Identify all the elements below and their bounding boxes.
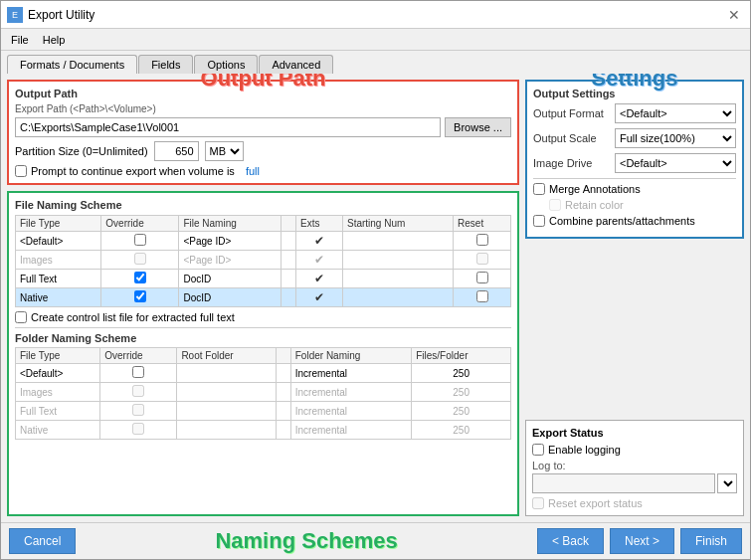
settings-container: Settings Output Settings Output Format <… <box>525 80 744 239</box>
override-check[interactable] <box>134 253 146 265</box>
starting-cell <box>342 232 453 251</box>
drive-select[interactable]: <Default> <box>615 153 736 173</box>
settings-box: Output Settings Output Format <Default> … <box>525 80 744 239</box>
checkmark-icon: ✔ <box>314 272 324 285</box>
combine-label: Combine parents/attachments <box>549 215 695 227</box>
reset-check[interactable] <box>476 290 488 302</box>
files-folder-cell: 250 <box>412 421 511 440</box>
retain-label: Retain color <box>565 199 624 211</box>
checkmark-icon: ✔ <box>314 290 324 304</box>
close-button[interactable]: ✕ <box>724 7 744 23</box>
col-file-naming: File Naming <box>179 216 282 232</box>
retain-checkbox[interactable] <box>549 199 561 211</box>
app-icon: E <box>7 7 23 23</box>
folder-override-check[interactable] <box>132 423 144 435</box>
folder-naming-cell: Incremental <box>290 421 411 440</box>
log-input[interactable] <box>532 473 715 493</box>
col-spacer2 <box>277 348 291 364</box>
main-window: E Export Utility ✕ File Help Formats / D… <box>0 0 751 560</box>
merge-checkbox[interactable] <box>533 183 545 195</box>
tab-bar: Formats / Documents Fields Options Advan… <box>1 51 750 74</box>
tab-formats-documents[interactable]: Formats / Documents <box>7 55 137 74</box>
tab-fields[interactable]: Fields <box>138 55 193 74</box>
col-file-type: File Type <box>16 348 100 364</box>
path-input[interactable] <box>15 117 441 137</box>
log-to-label: Log to: <box>532 460 737 471</box>
combine-row: Combine parents/attachments <box>533 215 736 227</box>
prompt-link: full <box>246 165 260 177</box>
spacer-cell <box>277 383 291 402</box>
starting-cell <box>342 251 453 270</box>
folder-naming-cell: Incremental <box>290 383 411 402</box>
root-folder-cell <box>177 383 277 402</box>
create-control-checkbox[interactable] <box>15 311 27 323</box>
scale-label: Output Scale <box>533 132 611 144</box>
menu-file[interactable]: File <box>5 32 35 48</box>
output-settings-title: Output Settings <box>533 88 736 99</box>
browse-button[interactable]: Browse ... <box>445 117 511 137</box>
prompt-checkbox[interactable] <box>15 165 27 177</box>
combine-checkbox[interactable] <box>533 215 545 227</box>
menu-help[interactable]: Help <box>37 32 72 48</box>
naming-cell: <Page ID> <box>179 232 282 251</box>
prompt-label: Prompt to continue export when volume is <box>31 165 235 177</box>
override-check[interactable] <box>134 290 146 302</box>
folder-override-cell <box>100 383 177 402</box>
log-input-row <box>532 473 737 493</box>
drive-row: Image Drive <Default> <box>533 153 736 173</box>
override-cell <box>101 251 179 270</box>
tab-advanced[interactable]: Advanced <box>259 55 333 74</box>
export-status-title: Export Status <box>532 427 737 439</box>
naming-cell: DocID <box>179 270 282 288</box>
table-row: Full Text DocID ✔ <box>16 270 511 288</box>
partition-input[interactable] <box>154 141 199 161</box>
table-row: Images Incremental 250 <box>16 383 511 402</box>
create-control-row: Create control list file for extracted f… <box>15 311 511 323</box>
override-check[interactable] <box>134 234 146 246</box>
folder-type-cell: Images <box>16 383 100 402</box>
table-row: Native Incremental 250 <box>16 421 511 440</box>
partition-row: Partition Size (0=Unlimited) MB GB <box>15 141 511 161</box>
col-root-folder: Root Folder <box>177 348 277 364</box>
format-select[interactable]: <Default> <box>615 103 736 123</box>
partition-unit-select[interactable]: MB GB <box>205 141 244 161</box>
root-folder-cell <box>177 364 277 383</box>
reset-check[interactable] <box>476 272 488 283</box>
folder-naming-table: File Type Override Root Folder Folder Na… <box>15 347 511 440</box>
folder-naming-cell: Incremental <box>290 402 411 421</box>
finish-button[interactable]: Finish <box>680 528 742 554</box>
spacer-cell <box>282 270 296 288</box>
menu-bar: File Help <box>1 29 750 51</box>
table-row: Full Text Incremental 250 <box>16 402 511 421</box>
col-starting-num: Starting Num <box>342 216 453 232</box>
folder-override-check[interactable] <box>132 385 144 397</box>
merge-label: Merge Annotations <box>549 183 641 195</box>
override-cell <box>101 232 179 251</box>
log-dropdown[interactable] <box>717 473 737 493</box>
cancel-button[interactable]: Cancel <box>9 528 76 554</box>
checkmark-icon: ✔ <box>314 253 324 267</box>
spacer-cell <box>282 288 296 307</box>
next-button[interactable]: Next > <box>610 528 674 554</box>
reset-cell <box>454 288 511 307</box>
reset-check[interactable] <box>476 253 488 265</box>
tab-options[interactable]: Options <box>194 55 258 74</box>
enable-logging-checkbox[interactable] <box>532 444 544 456</box>
drive-label: Image Drive <box>533 157 611 169</box>
spacer-cell <box>282 251 296 270</box>
folder-type-cell: <Default> <box>16 364 100 383</box>
override-check[interactable] <box>134 272 146 283</box>
reset-checkbox[interactable] <box>532 497 544 509</box>
back-button[interactable]: < Back <box>537 528 604 554</box>
divider <box>15 327 511 328</box>
partition-label: Partition Size (0=Unlimited) <box>15 145 148 157</box>
table-row: <Default> Incremental 250 <box>16 364 511 383</box>
scale-select[interactable]: Full size(100%) <box>615 128 736 148</box>
file-type-cell: Images <box>16 251 101 270</box>
folder-override-check[interactable] <box>132 404 144 416</box>
enable-logging-row: Enable logging <box>532 444 737 456</box>
reset-check[interactable] <box>476 234 488 246</box>
folder-type-cell: Full Text <box>16 402 100 421</box>
folder-override-check[interactable] <box>132 366 144 378</box>
folder-override-cell <box>100 421 177 440</box>
